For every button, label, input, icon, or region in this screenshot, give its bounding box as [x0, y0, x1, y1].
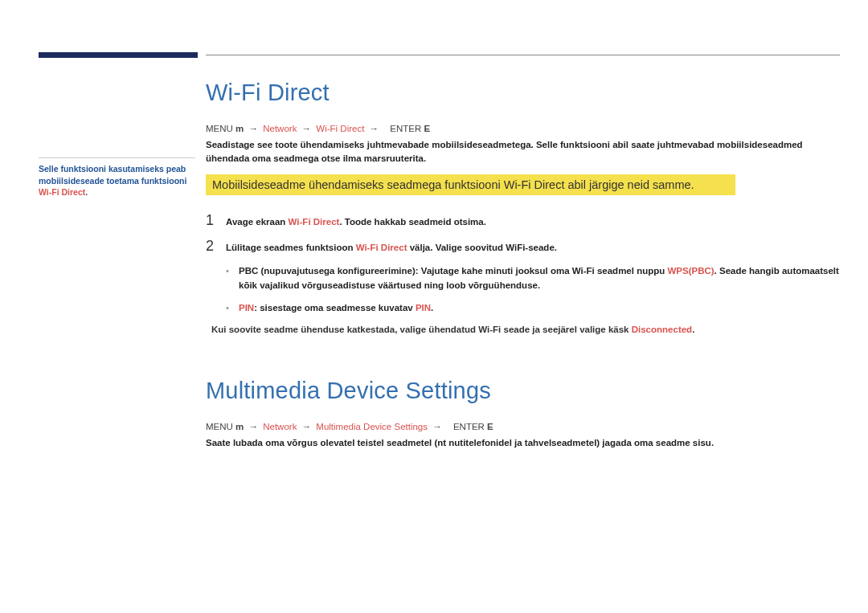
sub-list: • PBC (nupuvajutusega konfigureerimine):…: [226, 264, 840, 315]
main-content: Wi-Fi Direct MENU m → Network → Wi-Fi Di…: [206, 80, 840, 458]
step-2-number: 2: [206, 238, 226, 255]
section2-breadcrumb: MENU m → Network → Multimedia Device Set…: [206, 422, 840, 431]
section1-description: Seadistage see toote ühendamiseks juhtme…: [206, 138, 840, 166]
breadcrumb-enter: ENTER: [453, 422, 485, 431]
arrow-icon: →: [302, 422, 312, 431]
section1-note: Kui soovite seadme ühenduse katkestada, …: [211, 323, 840, 337]
sub1-a: PBC (nupuvajutusega konfigureerimine):: [239, 266, 419, 276]
step-1-post: . Toode hakkab seadmeid otsima.: [339, 217, 486, 227]
sidebar-note-period: .: [85, 187, 88, 197]
step-1-pre: Avage ekraan: [226, 217, 289, 227]
sub2-a: : sisestage oma seadmesse kuvatav: [254, 303, 416, 313]
sidebar-note-part1: Selle funktsiooni kasutamiseks peab mobi…: [39, 164, 186, 186]
breadcrumb-wifi-direct: Wi-Fi Direct: [316, 124, 364, 133]
bullet-icon: •: [226, 301, 239, 316]
section2-title: Multimedia Device Settings: [206, 378, 840, 404]
step-1-number: 1: [206, 212, 226, 229]
step-2-pre: Lülitage seadmes funktsioon: [226, 243, 356, 252]
step-2: 2 Lülitage seadmes funktsioon Wi-Fi Dire…: [206, 238, 840, 255]
section1-breadcrumb: MENU m → Network → Wi-Fi Direct → ENTER …: [206, 124, 840, 133]
sub2-pin: PIN: [239, 303, 254, 313]
menu-icon: m: [235, 124, 244, 133]
breadcrumb-mds: Multimedia Device Settings: [316, 422, 428, 431]
enter-icon: E: [424, 124, 430, 133]
header-accent-bar: [39, 52, 198, 58]
section2-description: Saate lubada oma võrgus olevatel teistel…: [206, 436, 840, 450]
sub-item-pin-text: PIN: sisestage oma seadmesse kuvatav PIN…: [239, 301, 433, 316]
sub-item-pbc: • PBC (nupuvajutusega konfigureerimine):…: [226, 264, 840, 293]
sub2-period: .: [431, 303, 433, 313]
sub1-b: Vajutage kahe minuti jooksul oma Wi-Fi s…: [421, 266, 668, 276]
sub-item-pbc-text: PBC (nupuvajutusega konfigureerimine): V…: [239, 264, 840, 293]
step-2-post: välja. Valige soovitud WiFi-seade.: [407, 243, 557, 252]
bullet-icon: •: [226, 264, 239, 293]
step-1-text: Avage ekraan Wi-Fi Direct. Toode hakkab …: [226, 215, 486, 229]
sub1-wps: WPS(PBC): [667, 266, 714, 276]
arrow-icon: →: [249, 422, 259, 431]
arrow-icon: →: [432, 422, 442, 431]
step-2-text: Lülitage seadmes funktsioon Wi-Fi Direct…: [226, 241, 557, 255]
note-pre: Kui soovite seadme ühenduse katkestada, …: [211, 325, 632, 334]
breadcrumb-network: Network: [263, 422, 297, 431]
sub2-pin2: PIN: [416, 303, 431, 313]
breadcrumb-menu: MENU: [206, 124, 233, 133]
step-2-wifi: Wi-Fi Direct: [356, 243, 407, 252]
section1-title: Wi-Fi Direct: [206, 80, 840, 106]
note-disc: Disconnected: [632, 325, 692, 334]
section1-highlight: Mobiilsideseadme ühendamiseks seadmega f…: [206, 174, 735, 195]
sub-item-pin: • PIN: sisestage oma seadmesse kuvatav P…: [226, 301, 840, 316]
breadcrumb-menu: MENU: [206, 422, 233, 431]
sidebar-note-text: Selle funktsiooni kasutamiseks peab mobi…: [39, 163, 195, 198]
enter-icon: E: [487, 422, 493, 431]
step-1-wifi: Wi-Fi Direct: [289, 217, 340, 227]
breadcrumb-enter: ENTER: [390, 124, 421, 133]
header-divider: [206, 55, 840, 55]
arrow-icon: →: [302, 124, 312, 133]
note-period: .: [692, 325, 694, 334]
sidebar-note: Selle funktsiooni kasutamiseks peab mobi…: [39, 157, 195, 198]
menu-icon: m: [235, 422, 244, 431]
arrow-icon: →: [249, 124, 259, 133]
sidebar-note-wifi: Wi-Fi Direct: [39, 187, 85, 197]
section2: Multimedia Device Settings MENU m → Netw…: [206, 378, 840, 450]
step-1: 1 Avage ekraan Wi-Fi Direct. Toode hakka…: [206, 212, 840, 229]
arrow-icon: →: [370, 124, 379, 133]
breadcrumb-network: Network: [263, 124, 297, 133]
